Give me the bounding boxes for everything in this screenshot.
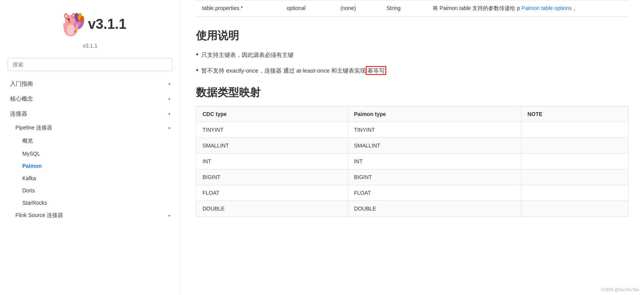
sidebar-item-core-concepts[interactable]: 核心概念 ▾	[4, 91, 176, 106]
sidebar-item-doris[interactable]: Doris	[4, 184, 176, 197]
table-cell-0-2	[521, 122, 628, 138]
table-cell-5-1: DOUBLE	[348, 201, 521, 216]
list-item-1-text: 只支持主键表，因此源表必须有主键	[201, 50, 294, 60]
table-cell-1-1: SMALLINT	[348, 138, 521, 153]
highlight-idempotent: 幂等写	[366, 66, 386, 75]
sidebar-item-starrocks[interactable]: StarRocks	[4, 197, 176, 209]
table-cell-none: (none)	[334, 5, 380, 12]
table-header-paimon: Paimon type	[348, 106, 521, 122]
svg-point-12	[69, 19, 70, 20]
sidebar-item-label: 连接器	[10, 110, 27, 118]
table-cell-0-0: TINYINT	[196, 122, 348, 138]
sidebar-item-overview[interactable]: 概览	[4, 134, 176, 148]
chevron-down-icon: ▾	[168, 214, 170, 218]
table-header-note: NOTE	[521, 106, 628, 122]
logo-area: v3.1.1 v3.1.1	[0, 0, 180, 53]
svg-point-11	[68, 18, 70, 20]
search-input[interactable]	[8, 58, 173, 71]
table-cell-optional: optional	[281, 5, 334, 12]
sidebar-item-label: Pipeline 连接器	[15, 124, 52, 131]
table-cell-3-0: BIGINT	[196, 169, 348, 185]
sidebar-item-label: Paimon	[22, 163, 42, 169]
table-header-cdc: CDC type	[196, 106, 348, 122]
section-usage-title: 使用说明	[196, 28, 629, 43]
table-row: TINYINTTINYINT	[196, 122, 629, 138]
table-cell-3-2	[521, 169, 628, 185]
sidebar-item-connectors[interactable]: 连接器 ▾	[4, 106, 176, 121]
list-item-2: 暂不支持 exactly-once，连接器 通过 at-least-once 和…	[196, 65, 629, 76]
chevron-down-icon: ▾	[168, 82, 170, 86]
nav-section: 入门指南 ▾ 核心概念 ▾ 连接器 ▾ Pipeline 连接器 ▾ 概览 My…	[0, 76, 180, 222]
chevron-down-icon: ▾	[168, 112, 170, 116]
table-cell-5-2	[521, 201, 628, 216]
table-cell-desc: 将 Paimon table 支持的参数传递给 p Paimon table o…	[427, 5, 629, 12]
table-cell-desc-text: 将 Paimon table 支持的参数传递给 p	[433, 5, 520, 11]
table-row: BIGINTBIGINT	[196, 169, 629, 185]
table-cell-3-1: BIGINT	[348, 169, 521, 185]
version-label: v3.1.1	[83, 43, 97, 49]
sidebar-item-label: StarRocks	[22, 200, 47, 206]
table-cell-2-0: INT	[196, 153, 348, 169]
sidebar-item-mysql[interactable]: MySQL	[4, 148, 176, 160]
table-cell-type: String	[380, 5, 427, 12]
sidebar-item-getting-started[interactable]: 入门指南 ▾	[4, 76, 176, 91]
top-table-row: table.properties.* optional (none) Strin…	[196, 0, 629, 17]
sidebar-item-label: 核心概念	[10, 95, 33, 103]
sidebar-item-kafka[interactable]: Kafka	[4, 172, 176, 184]
list-item-2-text: 暂不支持 exactly-once，连接器 通过 at-least-once 和…	[201, 66, 386, 75]
svg-point-14	[69, 21, 70, 22]
svg-point-18	[67, 25, 75, 35]
section-datatype-title: 数据类型映射	[196, 85, 629, 100]
paimon-options-link[interactable]: Paimon table options	[521, 5, 572, 11]
table-header-row: CDC type Paimon type NOTE	[196, 106, 629, 122]
table-cell-2-1: INT	[348, 153, 521, 169]
sidebar-item-label: Doris	[22, 187, 35, 194]
sidebar-item-label: 入门指南	[10, 80, 33, 88]
table-cell-2-2	[521, 153, 628, 169]
table-cell-5-0: DOUBLE	[196, 201, 348, 216]
sidebar-item-label: Kafka	[22, 175, 36, 181]
table-cell-4-1: FLOAT	[348, 185, 521, 201]
data-type-table: CDC type Paimon type NOTE TINYINTTINYINT…	[196, 106, 629, 217]
table-cell-4-0: FLOAT	[196, 185, 348, 201]
table-row: SMALLINTSMALLINT	[196, 138, 629, 153]
sidebar-item-pipeline-connector[interactable]: Pipeline 连接器 ▾	[4, 121, 176, 134]
usage-list: 只支持主键表，因此源表必须有主键 暂不支持 exactly-once，连接器 通…	[196, 49, 629, 76]
chevron-down-icon: ▾	[168, 126, 170, 130]
sidebar-item-label: 概览	[22, 138, 33, 144]
table-cell-1-0: SMALLINT	[196, 138, 348, 153]
search-box[interactable]	[8, 58, 173, 71]
flink-logo-icon	[54, 8, 86, 40]
logo-title: v3.1.1	[88, 16, 126, 32]
table-row: FLOATFLOAT	[196, 185, 629, 201]
table-row: INTINT	[196, 153, 629, 169]
sidebar: v3.1.1 v3.1.1 入门指南 ▾ 核心概念 ▾ 连接器 ▾ Pipeli…	[0, 0, 181, 295]
table-cell-prop: table.properties.*	[196, 5, 281, 12]
table-cell-0-1: TINYINT	[348, 122, 521, 138]
chevron-down-icon: ▾	[168, 97, 170, 101]
list-item-1: 只支持主键表，因此源表必须有主键	[196, 49, 629, 60]
sidebar-item-label: Flink Source 连接器	[15, 212, 63, 219]
table-cell-4-2	[521, 185, 628, 201]
sidebar-item-label: MySQL	[22, 151, 40, 157]
sidebar-item-flink-source-connector[interactable]: Flink Source 连接器 ▾	[4, 209, 176, 222]
table-row: DOUBLEDOUBLE	[196, 201, 629, 216]
table-body: TINYINTTINYINTSMALLINTSMALLINTINTINTBIGI…	[196, 122, 629, 216]
sidebar-item-paimon[interactable]: Paimon	[4, 160, 176, 172]
table-cell-desc-after: 。	[573, 5, 579, 11]
watermark: CSDN @SunTecTec	[601, 287, 639, 292]
main-content: table.properties.* optional (none) Strin…	[181, 0, 644, 295]
table-cell-1-2	[521, 138, 628, 153]
